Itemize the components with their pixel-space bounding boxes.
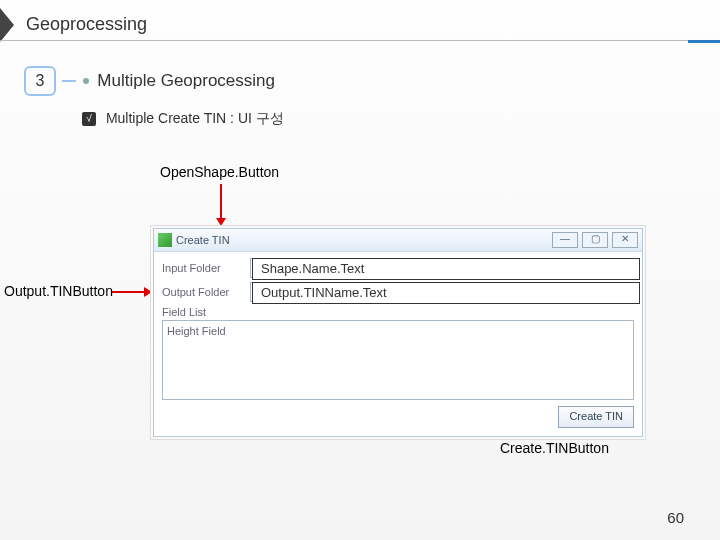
title-chevron-icon	[0, 8, 14, 42]
height-field-label: Height Field	[167, 325, 629, 337]
close-button[interactable]: ✕	[612, 232, 638, 248]
bullet-text: Multiple Create TIN : UI 구성	[106, 110, 284, 126]
dialog-titlebar: Create TIN — ▢ ✕	[154, 229, 642, 252]
page-number: 60	[667, 509, 684, 526]
section-title: Multiple Geoprocessing	[97, 71, 275, 91]
arrow-open-shape-icon	[220, 184, 222, 220]
minimize-button[interactable]: —	[552, 232, 578, 248]
slide-title: Geoprocessing	[26, 14, 147, 35]
callout-shape-name-text: Shape.Name.Text	[252, 258, 640, 280]
section-number: 3	[24, 66, 56, 96]
output-folder-label: Output Folder	[162, 286, 250, 298]
callout-output-tin-name-text: Output.TINName.Text	[252, 282, 640, 304]
window-buttons: — ▢ ✕	[552, 232, 638, 248]
bullet-row: √ Multiple Create TIN : UI 구성	[82, 110, 284, 128]
annotation-create-tin-button: Create.TINButton	[500, 440, 609, 456]
section-dash-icon	[62, 80, 76, 82]
bullet-check-icon: √	[82, 112, 96, 126]
title-underline	[0, 40, 720, 41]
annotation-open-shape-button: OpenShape.Button	[160, 164, 279, 180]
slide-title-bar: Geoprocessing	[0, 8, 720, 42]
dialog-app-icon	[158, 233, 172, 247]
field-list-label: Field List	[162, 306, 634, 318]
create-tin-button[interactable]: Create TIN	[558, 406, 634, 428]
dialog-title: Create TIN	[176, 234, 230, 246]
maximize-button[interactable]: ▢	[582, 232, 608, 248]
annotation-output-tin-button: Output.TINButton	[4, 283, 113, 299]
title-accent	[688, 40, 720, 43]
input-folder-label: Input Folder	[162, 262, 250, 274]
section-dot-icon	[83, 78, 89, 84]
field-list-box[interactable]: Height Field	[162, 320, 634, 400]
arrow-output-tin-button-icon	[112, 291, 146, 293]
section-header: 3 Multiple Geoprocessing	[24, 66, 694, 96]
dialog-footer: Create TIN	[162, 406, 634, 428]
